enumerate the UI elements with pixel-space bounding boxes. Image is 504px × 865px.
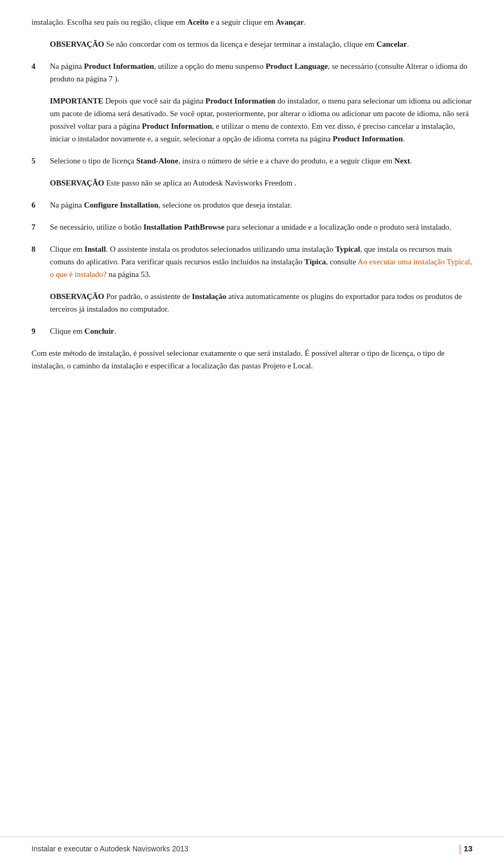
item-5-text-1: Selecione o tipo de licença (50, 157, 136, 165)
intro-bold-avancar: Avançar (276, 18, 304, 26)
item-6-text-1: Na página (50, 201, 84, 209)
item-5: 5 Selecione o tipo de licença Stand-Alon… (32, 155, 472, 167)
page-footer: Instalar e executar o Autodesk Naviswork… (0, 837, 504, 854)
intro-text-2: e a seguir clique em (208, 18, 275, 26)
item-4-bold-2: Product Language (266, 62, 328, 70)
item-9: 9 Clique em Concluir. (32, 325, 472, 337)
item-9-text-1: Clique em (50, 327, 85, 335)
note-2-text: OBSERVAÇÃO Este passo não se aplica ao A… (50, 177, 472, 189)
item-6-bold-1: Configure Installation (84, 201, 159, 209)
intro-punct: . (304, 18, 306, 26)
important-bold-3: Product Information (333, 135, 403, 143)
item-5-text-2: , insira o número de série e a chave do … (178, 157, 395, 165)
item-6-text-2: , selecione os produtos que deseja insta… (159, 201, 292, 209)
intro-bold-aceito: Aceito (187, 18, 209, 26)
item-8: 8 Clique em Install. O assistente instal… (32, 243, 472, 281)
important-text: IMPORTANTE Depois que você sair da págin… (50, 95, 472, 145)
note-2-label: OBSERVAÇÃO (50, 179, 104, 187)
item-8-text-4: , consulte (326, 258, 358, 266)
important-bold-2: Product Information (142, 122, 212, 130)
item-7: 7 Se necessário, utilize o botão Install… (32, 221, 472, 233)
item-8-text-5: na página 53. (107, 270, 151, 279)
footer-title: Instalar e executar o Autodesk Naviswork… (32, 845, 456, 853)
intro-text-1: instalação. Escolha seu país ou região, … (32, 18, 187, 26)
item-7-bold-1: Installation PathBrowse (143, 223, 224, 231)
important-punct: . (403, 135, 405, 143)
item-4: 4 Na página Product Information, utilize… (32, 60, 472, 85)
note-3-bold-1: Instalação (192, 292, 226, 301)
item-8-text-2: . O assistente instala os produtos selec… (106, 245, 335, 253)
item-5-content: Selecione o tipo de licença Stand-Alone,… (50, 155, 472, 167)
page-content: instalação. Escolha seu país ou região, … (0, 0, 504, 424)
item-8-text-1: Clique em (50, 245, 85, 253)
item-8-bold-tipica: Típica (304, 258, 326, 266)
item-7-content: Se necessário, utilize o botão Installat… (50, 221, 472, 233)
item-8-number: 8 (32, 243, 50, 281)
footer-page-number: 13 (464, 844, 472, 853)
item-7-text-2: para selecionar a unidade e a localizaçã… (225, 223, 452, 231)
note-3-text: OBSERVAÇÃO Por padrão, o assistente de I… (50, 290, 472, 315)
important-block: IMPORTANTE Depois que você sair da págin… (50, 95, 472, 145)
note-1-punct: . (407, 40, 409, 48)
item-4-number: 4 (32, 60, 50, 85)
note-1-body: Se não concordar com os termos da licenç… (104, 40, 376, 48)
note-1-text: OBSERVAÇÃO Se não concordar com os termo… (50, 38, 472, 50)
item-8-bold-typical: Typical (335, 245, 360, 253)
intro-paragraph: instalação. Escolha seu país ou região, … (32, 16, 472, 28)
important-label: IMPORTANTE (50, 97, 103, 105)
note-1-label: OBSERVAÇÃO (50, 40, 104, 48)
item-4-text-1: Na página (50, 62, 84, 70)
item-6-content: Na página Configure Installation, seleci… (50, 199, 472, 211)
note-block-3: OBSERVAÇÃO Por padrão, o assistente de I… (50, 290, 472, 315)
item-5-punct: . (410, 157, 412, 165)
closing-paragraph: Com este método de instalação, é possíve… (32, 347, 472, 372)
important-text-1: Depois que você sair da página (103, 97, 206, 105)
item-4-content: Na página Product Information, utilize a… (50, 60, 472, 85)
note-2-body: Este passo não se aplica ao Autodesk Nav… (104, 179, 296, 187)
item-9-content: Clique em Concluir. (50, 325, 472, 337)
item-9-punct: . (114, 327, 117, 335)
closing-text: Com este método de instalação, é possíve… (32, 349, 445, 370)
footer-separator: | (459, 842, 461, 854)
item-9-number: 9 (32, 325, 50, 337)
note-3-label: OBSERVAÇÃO (50, 292, 104, 301)
item-4-bold-1: Product Information (84, 62, 154, 70)
note-block-2: OBSERVAÇÃO Este passo não se aplica ao A… (50, 177, 472, 189)
item-5-number: 5 (32, 155, 50, 167)
note-3-text-1: Por padrão, o assistente de (104, 292, 192, 301)
note-block-1: OBSERVAÇÃO Se não concordar com os termo… (50, 38, 472, 50)
note-1-cancelar: Cancelar (376, 40, 407, 48)
item-6-number: 6 (32, 199, 50, 211)
important-bold-1: Product Information (205, 97, 275, 105)
item-8-bold-install: Install (85, 245, 106, 253)
item-7-text-1: Se necessário, utilize o botão (50, 223, 143, 231)
item-4-text-2: , utilize a opção do menu suspenso (154, 62, 265, 70)
item-5-bold-1: Stand-Alone (136, 157, 178, 165)
item-9-bold-concluir: Concluir (85, 327, 114, 335)
item-8-content: Clique em Install. O assistente instala … (50, 243, 472, 281)
item-5-bold-2: Next (394, 157, 410, 165)
item-7-number: 7 (32, 221, 50, 233)
item-6: 6 Na página Configure Installation, sele… (32, 199, 472, 211)
